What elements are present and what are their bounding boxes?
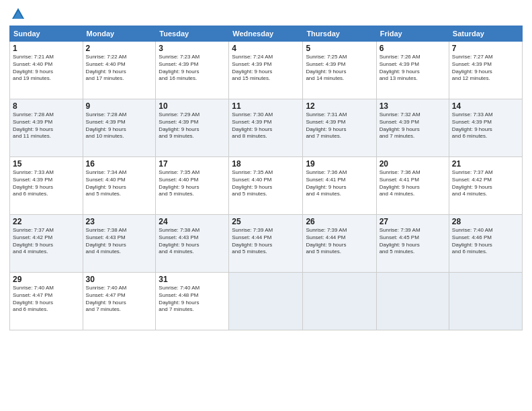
day-number: 30 [86,275,153,284]
day-info: Sunrise: 7:21 AM Sunset: 4:40 PM Dayligh… [13,54,80,83]
day-number: 29 [13,275,80,284]
day-info: Sunrise: 7:31 AM Sunset: 4:39 PM Dayligh… [306,111,373,140]
header [9,7,523,21]
table-row [449,273,522,330]
day-info: Sunrise: 7:23 AM Sunset: 4:39 PM Dayligh… [159,54,226,83]
day-info: Sunrise: 7:33 AM Sunset: 4:39 PM Dayligh… [13,169,80,198]
day-info: Sunrise: 7:33 AM Sunset: 4:39 PM Dayligh… [452,111,519,140]
table-row: 8Sunrise: 7:28 AM Sunset: 4:39 PM Daylig… [10,99,83,157]
table-row: 10Sunrise: 7:29 AM Sunset: 4:39 PM Dayli… [156,99,229,157]
calendar-week-2: 8Sunrise: 7:28 AM Sunset: 4:39 PM Daylig… [10,99,523,157]
table-row: 22Sunrise: 7:37 AM Sunset: 4:42 PM Dayli… [10,215,83,273]
day-number: 4 [232,44,300,53]
day-number: 3 [159,44,226,53]
table-row: 9Sunrise: 7:28 AM Sunset: 4:39 PM Daylig… [83,99,156,157]
table-row: 25Sunrise: 7:39 AM Sunset: 4:44 PM Dayli… [229,215,303,273]
day-number: 18 [232,159,300,169]
day-info: Sunrise: 7:29 AM Sunset: 4:39 PM Dayligh… [159,111,226,140]
header-row: Sunday Monday Tuesday Wednesday Thursday… [10,26,523,42]
day-info: Sunrise: 7:36 AM Sunset: 4:41 PM Dayligh… [380,169,446,198]
day-number: 6 [380,44,446,53]
day-number: 27 [380,217,446,226]
day-info: Sunrise: 7:40 AM Sunset: 4:47 PM Dayligh… [13,285,80,314]
table-row: 19Sunrise: 7:36 AM Sunset: 4:41 PM Dayli… [303,157,376,215]
day-info: Sunrise: 7:28 AM Sunset: 4:39 PM Dayligh… [86,111,153,140]
table-row: 17Sunrise: 7:35 AM Sunset: 4:40 PM Dayli… [156,157,229,215]
col-tuesday: Tuesday [156,26,229,42]
day-number: 11 [232,101,300,111]
table-row: 23Sunrise: 7:38 AM Sunset: 4:43 PM Dayli… [83,215,156,273]
table-row [376,273,449,330]
calendar-week-3: 15Sunrise: 7:33 AM Sunset: 4:39 PM Dayli… [10,157,523,215]
col-friday: Friday [376,26,449,42]
table-row: 13Sunrise: 7:32 AM Sunset: 4:39 PM Dayli… [376,99,449,157]
table-row: 28Sunrise: 7:40 AM Sunset: 4:46 PM Dayli… [449,215,522,273]
day-info: Sunrise: 7:40 AM Sunset: 4:47 PM Dayligh… [86,285,153,314]
table-row: 5Sunrise: 7:25 AM Sunset: 4:39 PM Daylig… [303,42,376,99]
calendar-week-5: 29Sunrise: 7:40 AM Sunset: 4:47 PM Dayli… [10,273,523,330]
day-info: Sunrise: 7:30 AM Sunset: 4:39 PM Dayligh… [232,111,300,140]
day-number: 15 [13,159,80,169]
day-info: Sunrise: 7:34 AM Sunset: 4:40 PM Dayligh… [86,169,153,198]
table-row: 16Sunrise: 7:34 AM Sunset: 4:40 PM Dayli… [83,157,156,215]
logo-icon [11,7,26,21]
table-row: 12Sunrise: 7:31 AM Sunset: 4:39 PM Dayli… [303,99,376,157]
day-info: Sunrise: 7:39 AM Sunset: 4:44 PM Dayligh… [232,227,300,256]
day-number: 1 [13,44,80,53]
day-info: Sunrise: 7:37 AM Sunset: 4:42 PM Dayligh… [452,169,519,198]
table-row: 14Sunrise: 7:33 AM Sunset: 4:39 PM Dayli… [449,99,522,157]
table-row: 1Sunrise: 7:21 AM Sunset: 4:40 PM Daylig… [10,42,83,99]
day-info: Sunrise: 7:36 AM Sunset: 4:41 PM Dayligh… [306,169,373,198]
day-number: 5 [306,44,373,53]
day-info: Sunrise: 7:37 AM Sunset: 4:42 PM Dayligh… [13,227,80,256]
logo [9,7,26,21]
calendar-table: Sunday Monday Tuesday Wednesday Thursday… [9,26,523,330]
day-info: Sunrise: 7:28 AM Sunset: 4:39 PM Dayligh… [13,111,80,140]
day-info: Sunrise: 7:22 AM Sunset: 4:40 PM Dayligh… [86,54,153,83]
day-number: 25 [232,217,300,226]
calendar-week-1: 1Sunrise: 7:21 AM Sunset: 4:40 PM Daylig… [10,42,523,99]
day-info: Sunrise: 7:38 AM Sunset: 4:43 PM Dayligh… [86,227,153,256]
day-info: Sunrise: 7:24 AM Sunset: 4:39 PM Dayligh… [232,54,300,83]
day-info: Sunrise: 7:39 AM Sunset: 4:44 PM Dayligh… [306,227,373,256]
table-row: 4Sunrise: 7:24 AM Sunset: 4:39 PM Daylig… [229,42,303,99]
day-number: 20 [380,159,446,169]
table-row: 6Sunrise: 7:26 AM Sunset: 4:39 PM Daylig… [376,42,449,99]
day-number: 8 [13,101,80,111]
table-row [229,273,303,330]
day-number: 12 [306,101,373,111]
day-info: Sunrise: 7:35 AM Sunset: 4:40 PM Dayligh… [159,169,226,198]
day-info: Sunrise: 7:38 AM Sunset: 4:43 PM Dayligh… [159,227,226,256]
day-info: Sunrise: 7:26 AM Sunset: 4:39 PM Dayligh… [380,54,446,83]
day-number: 14 [452,101,519,111]
day-number: 22 [13,217,80,226]
day-number: 7 [452,44,519,53]
col-monday: Monday [83,26,156,42]
day-info: Sunrise: 7:32 AM Sunset: 4:39 PM Dayligh… [380,111,446,140]
table-row: 20Sunrise: 7:36 AM Sunset: 4:41 PM Dayli… [376,157,449,215]
day-number: 10 [159,101,226,111]
table-row: 31Sunrise: 7:40 AM Sunset: 4:48 PM Dayli… [156,273,229,330]
day-info: Sunrise: 7:40 AM Sunset: 4:48 PM Dayligh… [159,285,226,314]
day-number: 2 [86,44,153,53]
col-thursday: Thursday [303,26,376,42]
table-row: 21Sunrise: 7:37 AM Sunset: 4:42 PM Dayli… [449,157,522,215]
col-wednesday: Wednesday [229,26,303,42]
day-number: 9 [86,101,153,111]
table-row: 11Sunrise: 7:30 AM Sunset: 4:39 PM Dayli… [229,99,303,157]
table-row [303,273,376,330]
day-number: 24 [159,217,226,226]
day-info: Sunrise: 7:35 AM Sunset: 4:40 PM Dayligh… [232,169,300,198]
day-number: 16 [86,159,153,169]
day-number: 28 [452,217,519,226]
day-number: 23 [86,217,153,226]
table-row: 29Sunrise: 7:40 AM Sunset: 4:47 PM Dayli… [10,273,83,330]
table-row: 15Sunrise: 7:33 AM Sunset: 4:39 PM Dayli… [10,157,83,215]
day-info: Sunrise: 7:27 AM Sunset: 4:39 PM Dayligh… [452,54,519,83]
day-number: 26 [306,217,373,226]
col-saturday: Saturday [449,26,522,42]
day-number: 21 [452,159,519,169]
day-number: 17 [159,159,226,169]
calendar-week-4: 22Sunrise: 7:37 AM Sunset: 4:42 PM Dayli… [10,215,523,273]
col-sunday: Sunday [10,26,83,42]
